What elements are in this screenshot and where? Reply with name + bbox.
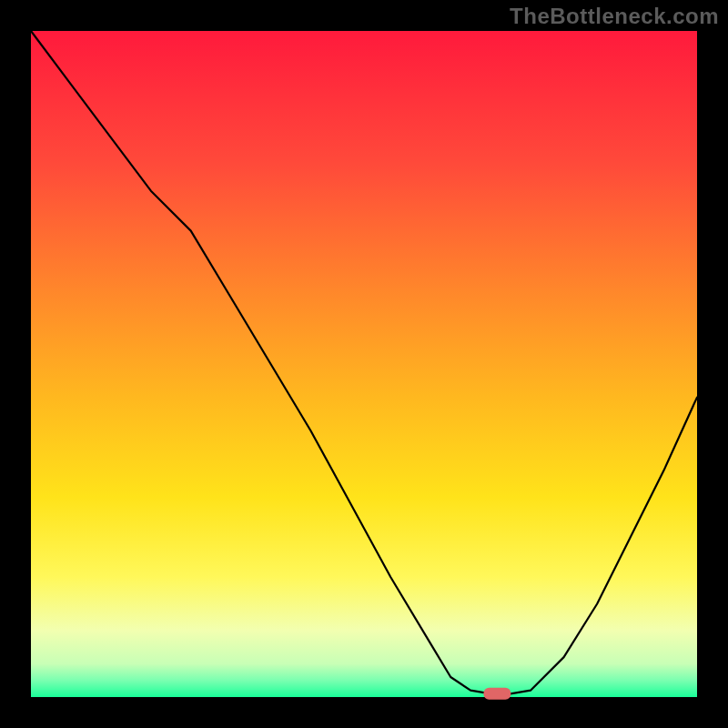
watermark-text: TheBottleneck.com [510,4,719,29]
plot-background [31,31,697,697]
bottleneck-chart [0,0,728,728]
chart-container: TheBottleneck.com [0,0,728,728]
optimal-marker [483,688,511,700]
